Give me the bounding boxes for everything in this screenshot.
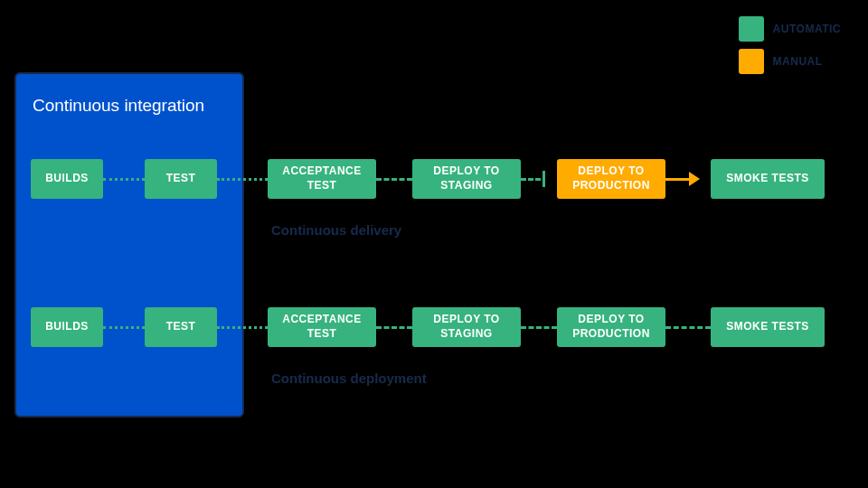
caption-deployment: Continuous deployment (271, 371, 427, 386)
arrow-head-icon (689, 172, 700, 186)
step-test-row1: TEST (145, 159, 217, 199)
legend-swatch-automatic (739, 16, 764, 42)
connector (103, 178, 145, 181)
step-staging-row2: DEPLOY TO STAGING (412, 307, 521, 347)
connector (217, 178, 268, 181)
connector (376, 326, 412, 329)
step-smoke-row1: SMOKE TESTS (711, 159, 825, 199)
legend-manual: MANUAL (739, 49, 841, 74)
step-production-row2: DEPLOY TO PRODUCTION (557, 307, 665, 347)
step-test-row2: TEST (145, 307, 217, 347)
step-builds-row2: BUILDS (31, 307, 103, 347)
ci-panel: Continuous integration (14, 72, 244, 418)
connector (521, 178, 541, 181)
gate-tick-icon (542, 171, 545, 187)
step-production-row1: DEPLOY TO PRODUCTION (557, 159, 665, 199)
connector (521, 326, 557, 329)
step-acceptance-row1: ACCEPTANCE TEST (268, 159, 376, 199)
step-staging-row1: DEPLOY TO STAGING (412, 159, 521, 199)
legend-label-automatic: AUTOMATIC (773, 23, 841, 35)
diagram-stage: AUTOMATIC MANUAL Continuous integration … (0, 0, 868, 488)
legend-automatic: AUTOMATIC (739, 16, 841, 42)
ci-panel-title: Continuous integration (33, 96, 204, 115)
connector (665, 178, 691, 181)
connector (103, 326, 145, 329)
legend-label-manual: MANUAL (773, 55, 823, 68)
step-acceptance-row2: ACCEPTANCE TEST (268, 307, 376, 347)
legend-swatch-manual (739, 49, 764, 74)
caption-delivery: Continuous delivery (271, 222, 401, 238)
legend: AUTOMATIC MANUAL (739, 16, 841, 74)
step-smoke-row2: SMOKE TESTS (711, 307, 825, 347)
connector (217, 326, 268, 329)
step-builds-row1: BUILDS (31, 159, 103, 199)
connector (665, 326, 711, 329)
connector (376, 178, 412, 181)
